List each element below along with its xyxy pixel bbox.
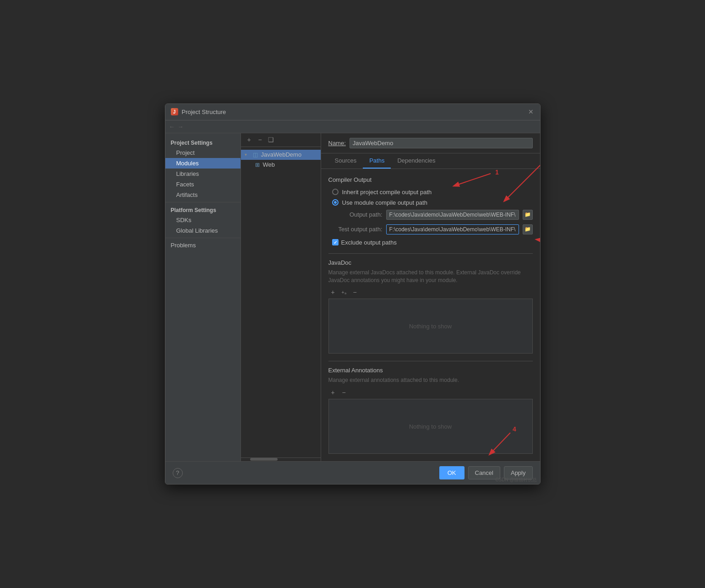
forward-button[interactable]: → — [178, 123, 184, 130]
sidebar-item-artifacts[interactable]: Artifacts — [165, 190, 240, 200]
sidebar-divider2 — [165, 238, 240, 238]
name-label: Name: — [328, 140, 346, 147]
javadoc-empty-list: Nothing to show — [328, 299, 533, 354]
test-output-path-browse-button[interactable]: 📁 — [523, 224, 533, 234]
javadoc-title: JavaDoc — [328, 259, 533, 266]
javadoc-add-button[interactable]: + — [328, 288, 338, 297]
ok-button[interactable]: OK — [439, 466, 465, 479]
close-button[interactable]: ✕ — [527, 108, 535, 115]
tree-content: ▾ ◫ JavaWebDemo ⊞ Web — [241, 147, 321, 457]
cancel-button[interactable]: Cancel — [468, 466, 500, 479]
detail-content: Compiler Output Inherit project compile … — [321, 169, 540, 461]
tree-item-javawebdemo[interactable]: ▾ ◫ JavaWebDemo — [241, 150, 321, 160]
javadoc-section: JavaDoc Manage external JavaDocs attache… — [328, 253, 533, 354]
inherit-radio-label: Inherit project compile output path — [342, 189, 432, 196]
tree-add-button[interactable]: + — [245, 135, 254, 144]
app-icon: J — [171, 108, 178, 115]
detail-panel: Name: Sources Paths Dependencies Compile… — [321, 133, 540, 461]
main-content: Project Settings Project Modules Librari… — [165, 133, 540, 461]
apply-button[interactable]: Apply — [504, 466, 533, 479]
title-bar: J Project Structure ✕ — [165, 104, 540, 120]
nav-bar: ← → — [165, 120, 540, 133]
tab-dependencies[interactable]: Dependencies — [391, 153, 442, 169]
ext-annotations-toolbar: + − — [328, 388, 533, 397]
ext-annotations-nothing-label: Nothing to show — [409, 423, 452, 430]
scrollbar-thumb — [250, 458, 278, 461]
sidebar-divider — [165, 202, 240, 202]
ext-annotations-remove-button[interactable]: − — [339, 388, 349, 397]
tree-item-web-label: Web — [263, 161, 275, 168]
platform-settings-heading: Platform Settings — [165, 204, 240, 215]
radio-module-row: Use module compile output path — [328, 199, 533, 206]
javadoc-toolbar: + +ₐ − — [328, 288, 533, 297]
output-path-row: Output path: 📁 — [328, 210, 533, 220]
sidebar-item-libraries[interactable]: Libraries — [165, 169, 240, 179]
tree-copy-button[interactable]: ❑ — [267, 135, 276, 144]
tree-scrollbar[interactable] — [241, 457, 321, 461]
ext-annotations-description: Manage external annotations attached to … — [328, 376, 533, 384]
sidebar-item-facets[interactable]: Facets — [165, 179, 240, 190]
module-icon: ◫ — [252, 151, 259, 158]
ext-annotations-empty-list: Nothing to show — [328, 399, 533, 454]
tabs-bar: Sources Paths Dependencies — [321, 153, 540, 169]
tab-paths[interactable]: Paths — [363, 153, 391, 169]
name-input[interactable] — [350, 138, 533, 148]
tree-item-web[interactable]: ⊞ Web — [241, 160, 321, 170]
javadoc-remove-button[interactable]: − — [350, 288, 360, 297]
web-icon: ⊞ — [254, 161, 261, 169]
exclude-output-label: Exclude output paths — [341, 239, 397, 246]
exclude-output-checkbox[interactable] — [332, 239, 339, 245]
output-path-label: Output path: — [332, 211, 383, 218]
compiler-output-title: Compiler Output — [328, 176, 533, 183]
tab-sources[interactable]: Sources — [328, 153, 363, 169]
tree-toolbar: + − ❑ — [241, 133, 321, 147]
output-path-input[interactable] — [386, 210, 519, 220]
action-buttons: OK Cancel Apply — [439, 466, 533, 479]
name-row: Name: — [321, 133, 540, 153]
javadoc-description: Manage external JavaDocs attached to thi… — [328, 269, 533, 284]
bottom-bar: ? OK Cancel Apply — [165, 461, 540, 484]
test-output-path-input[interactable] — [386, 224, 519, 234]
inherit-radio-button[interactable] — [332, 189, 339, 195]
exclude-output-row: Exclude output paths — [328, 239, 533, 246]
tree-remove-button[interactable]: − — [256, 135, 265, 144]
javadoc-nothing-label: Nothing to show — [409, 323, 452, 330]
module-radio-label: Use module compile output path — [342, 199, 427, 206]
dialog-title: Project Structure — [182, 109, 226, 115]
tree-item-label: JavaWebDemo — [261, 151, 302, 158]
back-button[interactable]: ← — [169, 123, 175, 130]
javadoc-add-from-button[interactable]: +ₐ — [339, 288, 349, 297]
sidebar-item-modules[interactable]: Modules — [165, 158, 240, 169]
radio-inherit-row: Inherit project compile output path — [328, 189, 533, 196]
sidebar-item-global-libraries[interactable]: Global Libraries — [165, 225, 240, 236]
help-button[interactable]: ? — [173, 468, 183, 478]
module-tree-panel: + − ❑ ▾ ◫ JavaWebDemo ⊞ Web — [241, 133, 321, 461]
sidebar: Project Settings Project Modules Librari… — [165, 133, 241, 461]
ext-annotations-title: External Annotations — [328, 367, 533, 374]
external-annotations-section: External Annotations Manage external ann… — [328, 361, 533, 454]
test-output-path-row: Test output path: 📁 — [328, 224, 533, 234]
module-radio-button[interactable] — [332, 199, 339, 206]
output-path-browse-button[interactable]: 📁 — [523, 210, 533, 220]
sidebar-item-problems[interactable]: Problems — [165, 240, 240, 250]
tree-arrow-icon: ▾ — [245, 152, 250, 157]
test-output-path-label: Test output path: — [332, 226, 383, 233]
sidebar-item-sdks[interactable]: SDKs — [165, 215, 240, 225]
project-structure-dialog: J Project Structure ✕ ← → Project Settin… — [165, 103, 541, 485]
ext-annotations-add-button[interactable]: + — [328, 388, 338, 397]
project-settings-heading: Project Settings — [165, 137, 240, 147]
sidebar-item-project[interactable]: Project — [165, 147, 240, 158]
title-bar-left: J Project Structure — [171, 108, 226, 115]
